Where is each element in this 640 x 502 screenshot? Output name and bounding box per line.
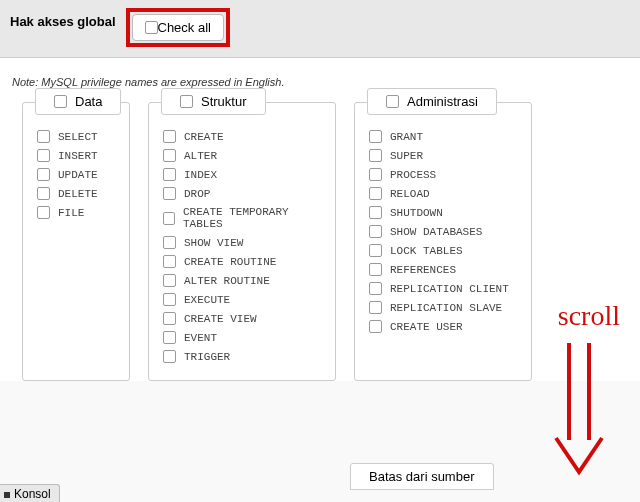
privilege-checkbox[interactable]: [369, 130, 382, 143]
privilege-item[interactable]: RELOAD: [369, 184, 517, 203]
privilege-item[interactable]: DROP: [163, 184, 321, 203]
privilege-checkbox[interactable]: [369, 206, 382, 219]
group-admin-checkbox[interactable]: [386, 95, 399, 108]
check-all-checkbox[interactable]: [145, 21, 158, 34]
privilege-item[interactable]: CREATE USER: [369, 317, 517, 336]
limits-legend[interactable]: Batas dari sumber: [350, 463, 494, 490]
privilege-checkbox[interactable]: [37, 206, 50, 219]
privilege-label: SHUTDOWN: [390, 207, 443, 219]
privilege-label: TRIGGER: [184, 351, 230, 363]
privilege-item[interactable]: INDEX: [163, 165, 321, 184]
privilege-checkbox[interactable]: [369, 301, 382, 314]
privilege-label: RELOAD: [390, 188, 430, 200]
privilege-checkbox[interactable]: [37, 168, 50, 181]
group-data-checkbox[interactable]: [54, 95, 67, 108]
privilege-checkbox[interactable]: [163, 168, 176, 181]
privilege-checkbox[interactable]: [37, 187, 50, 200]
privilege-checkbox[interactable]: [369, 187, 382, 200]
privilege-item[interactable]: REPLICATION SLAVE: [369, 298, 517, 317]
privilege-checkbox[interactable]: [163, 293, 176, 306]
privilege-item[interactable]: CREATE VIEW: [163, 309, 321, 328]
privilege-item[interactable]: EVENT: [163, 328, 321, 347]
privilege-item[interactable]: DELETE: [37, 184, 115, 203]
privilege-checkbox[interactable]: [163, 255, 176, 268]
privilege-checkbox[interactable]: [369, 263, 382, 276]
privilege-item[interactable]: UPDATE: [37, 165, 115, 184]
privilege-item[interactable]: INSERT: [37, 146, 115, 165]
group-admin-legend[interactable]: Administrasi: [367, 88, 497, 115]
privilege-item[interactable]: CREATE ROUTINE: [163, 252, 321, 271]
privilege-label: ALTER: [184, 150, 217, 162]
privilege-label: CREATE ROUTINE: [184, 256, 276, 268]
privilege-label: PROCESS: [390, 169, 436, 181]
privilege-label: UPDATE: [58, 169, 98, 181]
privilege-checkbox[interactable]: [163, 350, 176, 363]
privilege-label: REPLICATION SLAVE: [390, 302, 502, 314]
privilege-checkbox[interactable]: [37, 149, 50, 162]
privilege-label: SELECT: [58, 131, 98, 143]
privilege-checkbox[interactable]: [163, 187, 176, 200]
privilege-label: REPLICATION CLIENT: [390, 283, 509, 295]
privilege-label: CREATE: [184, 131, 224, 143]
group-struktur-label: Struktur: [201, 94, 247, 109]
privilege-item[interactable]: SELECT: [37, 127, 115, 146]
privilege-item[interactable]: SHUTDOWN: [369, 203, 517, 222]
privilege-checkbox[interactable]: [163, 331, 176, 344]
privilege-item[interactable]: GRANT: [369, 127, 517, 146]
privilege-label: SHOW DATABASES: [390, 226, 482, 238]
group-data-label: Data: [75, 94, 102, 109]
check-all-label: Check all: [158, 20, 211, 35]
privilege-groups: Data SELECTINSERTUPDATEDELETEFILE Strukt…: [0, 102, 640, 381]
privilege-item[interactable]: REFERENCES: [369, 260, 517, 279]
privilege-label: DELETE: [58, 188, 98, 200]
group-data-legend[interactable]: Data: [35, 88, 121, 115]
privilege-checkbox[interactable]: [163, 274, 176, 287]
privilege-item[interactable]: CREATE TEMPORARY TABLES: [163, 203, 321, 233]
privilege-checkbox[interactable]: [163, 149, 176, 162]
privilege-item[interactable]: EXECUTE: [163, 290, 321, 309]
privilege-checkbox[interactable]: [369, 225, 382, 238]
global-privileges-header: Hak akses global Check all: [0, 0, 640, 58]
privilege-label: SHOW VIEW: [184, 237, 243, 249]
privilege-label: ALTER ROUTINE: [184, 275, 270, 287]
privilege-item[interactable]: ALTER ROUTINE: [163, 271, 321, 290]
privilege-item[interactable]: SHOW DATABASES: [369, 222, 517, 241]
privilege-label: SUPER: [390, 150, 423, 162]
privilege-label: CREATE TEMPORARY TABLES: [183, 206, 321, 230]
privilege-item[interactable]: REPLICATION CLIENT: [369, 279, 517, 298]
privilege-label: EXECUTE: [184, 294, 230, 306]
privilege-item[interactable]: FILE: [37, 203, 115, 222]
group-struktur-legend[interactable]: Struktur: [161, 88, 266, 115]
privilege-item[interactable]: PROCESS: [369, 165, 517, 184]
group-admin: Administrasi GRANTSUPERPROCESSRELOADSHUT…: [354, 102, 532, 381]
group-struktur-checkbox[interactable]: [180, 95, 193, 108]
privilege-checkbox[interactable]: [369, 282, 382, 295]
privilege-item[interactable]: SHOW VIEW: [163, 233, 321, 252]
privilege-item[interactable]: CREATE: [163, 127, 321, 146]
privilege-label: LOCK TABLES: [390, 245, 463, 257]
privilege-checkbox[interactable]: [163, 312, 176, 325]
group-struktur: Struktur CREATEALTERINDEXDROPCREATE TEMP…: [148, 102, 336, 381]
privilege-checkbox[interactable]: [369, 168, 382, 181]
privilege-checkbox[interactable]: [37, 130, 50, 143]
privilege-checkbox[interactable]: [369, 244, 382, 257]
privilege-label: INDEX: [184, 169, 217, 181]
check-all-toggle[interactable]: Check all: [132, 14, 224, 41]
privilege-checkbox[interactable]: [163, 130, 176, 143]
privilege-item[interactable]: TRIGGER: [163, 347, 321, 366]
group-admin-label: Administrasi: [407, 94, 478, 109]
privilege-item[interactable]: SUPER: [369, 146, 517, 165]
privilege-item[interactable]: LOCK TABLES: [369, 241, 517, 260]
privilege-label: EVENT: [184, 332, 217, 344]
privilege-checkbox[interactable]: [163, 212, 175, 225]
privilege-label: REFERENCES: [390, 264, 456, 276]
privilege-label: DROP: [184, 188, 210, 200]
privilege-label: CREATE VIEW: [184, 313, 257, 325]
privilege-checkbox[interactable]: [369, 320, 382, 333]
privilege-checkbox[interactable]: [369, 149, 382, 162]
check-all-highlight-box: Check all: [126, 8, 230, 47]
annotation-scroll-arrow-icon: [554, 340, 604, 480]
console-tab[interactable]: Konsol: [0, 484, 60, 502]
privilege-item[interactable]: ALTER: [163, 146, 321, 165]
privilege-checkbox[interactable]: [163, 236, 176, 249]
